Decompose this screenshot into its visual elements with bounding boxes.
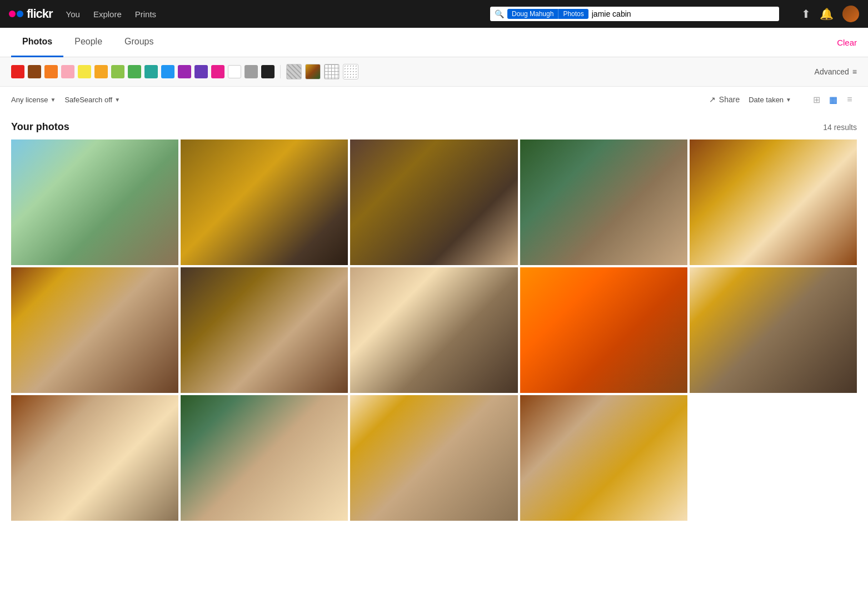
photo-item[interactable] bbox=[350, 395, 517, 521]
color-swatch-blue[interactable] bbox=[161, 65, 174, 78]
avatar[interactable] bbox=[842, 6, 859, 22]
color-swatch-yellow[interactable] bbox=[78, 65, 91, 78]
photo-item[interactable] bbox=[350, 139, 517, 265]
photo-item[interactable] bbox=[350, 267, 517, 393]
photo-item[interactable] bbox=[520, 139, 687, 265]
photo-placeholder bbox=[11, 267, 178, 393]
search-pill-scope[interactable]: Photos bbox=[558, 9, 588, 19]
photo-item[interactable] bbox=[690, 267, 857, 393]
filter-divider bbox=[280, 65, 281, 78]
color-swatch-red[interactable] bbox=[11, 65, 24, 78]
color-swatch-pink[interactable] bbox=[61, 65, 74, 78]
photo-item[interactable]: Kalaloch cabin by YOU! ★ 💬 + bbox=[181, 395, 348, 521]
safe-search-label: SafeSearch off bbox=[64, 96, 112, 104]
photo-placeholder bbox=[181, 139, 348, 265]
view-toggle: ⊞ ▦ ≡ bbox=[809, 92, 857, 107]
safe-search-dropdown[interactable]: SafeSearch off ▼ bbox=[64, 93, 120, 106]
photo-item[interactable]: Kalaloch cabin #21 by YOU! ★ 💬 + bbox=[690, 139, 857, 265]
nav-prints[interactable]: Prints bbox=[135, 9, 156, 19]
photo-placeholder bbox=[350, 395, 517, 521]
texture-swatch-dots[interactable] bbox=[343, 64, 358, 79]
color-swatch-black[interactable] bbox=[261, 65, 275, 78]
tab-groups[interactable]: Groups bbox=[113, 28, 164, 57]
photo-placeholder bbox=[690, 267, 857, 393]
photo-placeholder bbox=[181, 395, 348, 521]
photo-placeholder bbox=[690, 139, 857, 265]
search-pill-user[interactable]: Doug Mahugh bbox=[507, 9, 558, 19]
photo-placeholder bbox=[11, 139, 178, 265]
view-grid-small[interactable]: ⊞ bbox=[809, 92, 824, 107]
color-swatch-green[interactable] bbox=[128, 65, 141, 78]
color-swatch-white[interactable] bbox=[228, 65, 241, 78]
options-bar: Any license ▼ SafeSearch off ▼ ↗ Share D… bbox=[0, 87, 868, 112]
share-icon: ↗ bbox=[709, 95, 716, 104]
license-label: Any license bbox=[11, 96, 48, 104]
top-navigation: flickr You Explore Prints 🔍 Doug Mahugh … bbox=[0, 0, 868, 28]
color-swatch-magenta[interactable] bbox=[211, 65, 225, 78]
photo-placeholder bbox=[181, 267, 348, 393]
color-swatch-light-green[interactable] bbox=[111, 65, 124, 78]
advanced-menu-icon: ≡ bbox=[852, 67, 857, 76]
nav-explore[interactable]: Explore bbox=[93, 9, 122, 19]
date-taken-arrow-icon: ▼ bbox=[786, 97, 791, 103]
license-dropdown[interactable]: Any license ▼ bbox=[11, 93, 56, 106]
logo-dots bbox=[9, 11, 23, 17]
photo-item[interactable] bbox=[11, 395, 178, 521]
logo-text: flickr bbox=[27, 7, 53, 21]
results-section-title: Your photos bbox=[11, 121, 69, 133]
photo-placeholder bbox=[520, 395, 687, 521]
flickr-logo[interactable]: flickr bbox=[9, 7, 53, 21]
photo-item[interactable] bbox=[520, 267, 687, 393]
search-pill[interactable]: Doug Mahugh Photos bbox=[507, 9, 588, 19]
photo-placeholder bbox=[11, 395, 178, 521]
search-icon: 🔍 bbox=[495, 9, 504, 18]
upload-icon[interactable]: ⬆ bbox=[801, 7, 811, 21]
date-taken-dropdown[interactable]: Date taken ▼ bbox=[749, 93, 791, 106]
results-count: 14 results bbox=[823, 123, 857, 132]
view-list[interactable]: ≡ bbox=[842, 92, 857, 107]
nav-you[interactable]: You bbox=[66, 9, 80, 19]
nav-icons: ⬆ 🔔 bbox=[801, 6, 859, 22]
color-swatch-teal[interactable] bbox=[144, 65, 158, 78]
photo-item[interactable] bbox=[181, 267, 348, 393]
color-swatch-orange[interactable] bbox=[44, 65, 58, 78]
logo-dot-pink bbox=[9, 11, 16, 17]
notifications-icon[interactable]: 🔔 bbox=[820, 7, 834, 21]
color-swatch-violet[interactable] bbox=[194, 65, 208, 78]
advanced-button[interactable]: Advanced ≡ bbox=[815, 67, 857, 76]
color-swatch-purple[interactable] bbox=[178, 65, 191, 78]
view-grid-medium[interactable]: ▦ bbox=[826, 92, 840, 107]
photo-item[interactable] bbox=[181, 139, 348, 265]
color-swatch-brown[interactable] bbox=[28, 65, 41, 78]
date-taken-label: Date taken bbox=[749, 96, 784, 104]
safe-search-arrow-icon: ▼ bbox=[114, 97, 120, 103]
photo-grid: Kalaloch cabin #21 by YOU! ★ 💬 + Kalaloc… bbox=[0, 137, 868, 532]
photo-placeholder bbox=[520, 139, 687, 265]
tab-people[interactable]: People bbox=[63, 28, 113, 57]
share-button[interactable]: ↗ Share bbox=[709, 95, 740, 104]
photo-item[interactable] bbox=[11, 139, 178, 265]
share-label: Share bbox=[719, 95, 740, 104]
search-input[interactable] bbox=[592, 9, 775, 18]
tab-photos[interactable]: Photos bbox=[11, 28, 63, 57]
tab-bar: Photos People Groups Clear bbox=[0, 28, 868, 57]
photo-placeholder bbox=[520, 267, 687, 393]
photo-item[interactable] bbox=[11, 267, 178, 393]
color-filter-bar: Advanced ≡ bbox=[0, 57, 868, 87]
avatar-image bbox=[842, 6, 859, 22]
advanced-label: Advanced bbox=[815, 67, 849, 76]
texture-swatch-photo[interactable] bbox=[305, 64, 321, 79]
texture-swatch-grid[interactable] bbox=[324, 64, 340, 79]
license-arrow-icon: ▼ bbox=[50, 97, 56, 103]
photo-placeholder bbox=[350, 267, 517, 393]
color-swatch-gray[interactable] bbox=[245, 65, 258, 78]
clear-button[interactable]: Clear bbox=[837, 38, 857, 47]
results-header: Your photos 14 results bbox=[0, 112, 868, 137]
search-bar: 🔍 Doug Mahugh Photos bbox=[490, 7, 779, 21]
color-swatch-gold[interactable] bbox=[94, 65, 108, 78]
photo-placeholder bbox=[350, 139, 517, 265]
texture-swatch-gray[interactable] bbox=[286, 64, 302, 79]
logo-dot-blue bbox=[17, 11, 23, 17]
photo-item[interactable] bbox=[520, 395, 687, 521]
